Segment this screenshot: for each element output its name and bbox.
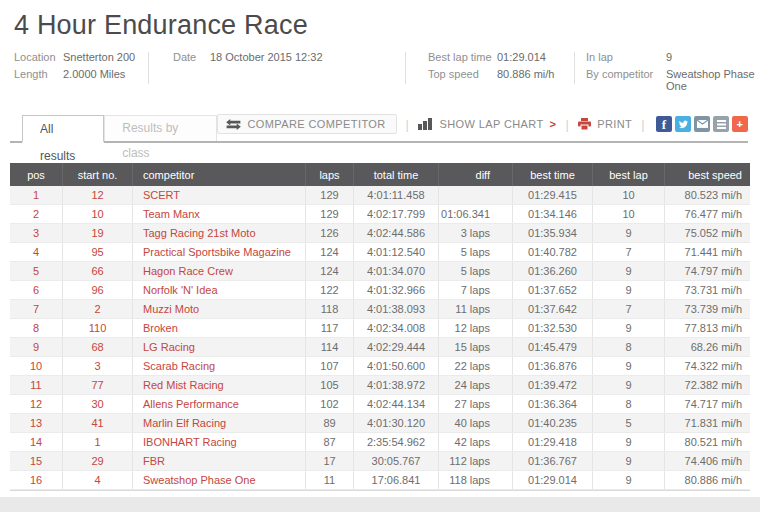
column-header-start_no: start no.: [63, 163, 133, 186]
cell-pos: 10: [10, 357, 63, 375]
email-icon[interactable]: [694, 116, 710, 132]
cell-pos: 3: [10, 224, 63, 242]
cell-competitor[interactable]: Marlin Elf Racing: [133, 414, 306, 432]
cell-laps: 117: [306, 319, 354, 337]
cell-competitor[interactable]: Broken: [133, 319, 306, 337]
cell-laps: 11: [306, 471, 354, 489]
cell-laps: 126: [306, 224, 354, 242]
cell-best_time: 01:39.472: [513, 376, 593, 394]
cell-best_time: 01:35.934: [513, 224, 593, 242]
cell-competitor[interactable]: Red Mist Racing: [133, 376, 306, 394]
cell-diff: 7 laps: [439, 281, 513, 299]
cell-best_speed: 71.831 mi/h: [665, 414, 750, 432]
cell-competitor[interactable]: FBR: [133, 452, 306, 470]
cell-best_time: 01:37.652: [513, 281, 593, 299]
show-lap-chart-label: SHOW LAP CHART: [439, 118, 543, 130]
cell-best_speed: 72.382 mi/h: [665, 376, 750, 394]
more-share-icon[interactable]: [713, 116, 729, 132]
cell-diff: 118 laps: [439, 471, 513, 489]
cell-best_time: 01:36.767: [513, 452, 593, 470]
cell-best_speed: 75.052 mi/h: [665, 224, 750, 242]
cell-laps: 118: [306, 300, 354, 318]
table-row: 566Hagon Race Crew1244:01:34.0705 laps01…: [10, 262, 750, 281]
cell-best_time: 01:29.418: [513, 433, 593, 451]
date-value: 18 October 2015 12:32: [210, 51, 323, 68]
cell-competitor[interactable]: Sweatshop Phase One: [133, 471, 306, 489]
cell-competitor[interactable]: Scarab Racing: [133, 357, 306, 375]
facebook-icon[interactable]: f: [656, 116, 672, 132]
cell-best_speed: 68.26 mi/h: [665, 338, 750, 356]
cell-pos: 11: [10, 376, 63, 394]
cell-best_speed: 74.797 mi/h: [665, 262, 750, 280]
column-header-total_time: total time: [354, 163, 439, 186]
cell-competitor[interactable]: IBONHART Racing: [133, 433, 306, 451]
cell-start_no: 68: [63, 338, 133, 356]
cell-competitor[interactable]: Team Manx: [133, 205, 306, 223]
cell-total_time: 4:02:17.799: [354, 205, 439, 223]
cell-laps: 124: [306, 243, 354, 261]
cell-competitor[interactable]: Allens Performance: [133, 395, 306, 413]
cell-competitor[interactable]: Norfolk 'N' Idea: [133, 281, 306, 299]
cell-pos: 12: [10, 395, 63, 413]
cell-pos: 2: [10, 205, 63, 223]
tab-all-results[interactable]: All results: [22, 115, 104, 143]
table-row: 112SCERT1294:01:11.45801:29.4151080.523 …: [10, 186, 750, 205]
results-table-body: 112SCERT1294:01:11.45801:29.4151080.523 …: [10, 186, 750, 490]
table-row: 1341Marlin Elf Racing894:01:30.12040 lap…: [10, 414, 750, 433]
cell-diff: 01:06.341: [439, 205, 513, 223]
cell-best_lap: 9: [593, 376, 665, 394]
share-plus-icon[interactable]: +: [732, 116, 748, 132]
cell-competitor[interactable]: Practical Sportsbike Magazine: [133, 243, 306, 261]
print-button[interactable]: PRINT: [578, 118, 632, 130]
cell-start_no: 19: [63, 224, 133, 242]
tab-results-by-class[interactable]: Results by class: [104, 115, 217, 141]
table-row: 141IBONHART Racing872:35:54.96242 laps01…: [10, 433, 750, 452]
table-row: 696Norfolk 'N' Idea1224:01:32.9667 laps0…: [10, 281, 750, 300]
cell-best_lap: 5: [593, 414, 665, 432]
cell-best_speed: 73.739 mi/h: [665, 300, 750, 318]
cell-competitor[interactable]: Hagon Race Crew: [133, 262, 306, 280]
cell-best_time: 01:36.260: [513, 262, 593, 280]
table-row: 495Practical Sportsbike Magazine1244:01:…: [10, 243, 750, 262]
print-label: PRINT: [597, 118, 632, 130]
location-label: Location: [14, 51, 63, 68]
cell-best_speed: 74.406 mi/h: [665, 452, 750, 470]
cell-diff: 5 laps: [439, 243, 513, 261]
twitter-icon[interactable]: [675, 116, 691, 132]
cell-best_speed: 74.717 mi/h: [665, 395, 750, 413]
cell-best_lap: 9: [593, 319, 665, 337]
toolbar-divider: |: [406, 117, 410, 132]
cell-diff: 24 laps: [439, 376, 513, 394]
cell-start_no: 41: [63, 414, 133, 432]
cell-start_no: 2: [63, 300, 133, 318]
cell-competitor[interactable]: SCERT: [133, 186, 306, 204]
cell-best_lap: 7: [593, 300, 665, 318]
cell-diff: 3 laps: [439, 224, 513, 242]
compare-competitor-button[interactable]: COMPARE COMPETITOR: [217, 114, 396, 134]
cell-best_lap: 9: [593, 433, 665, 451]
cell-best_lap: 9: [593, 357, 665, 375]
cell-best_speed: 73.731 mi/h: [665, 281, 750, 299]
cell-competitor[interactable]: Tagg Racing 21st Moto: [133, 224, 306, 242]
column-header-competitor: competitor: [133, 163, 306, 186]
info-bestlap-group: Best lap time 01:29.014 Top speed 80.886…: [428, 51, 554, 85]
cell-competitor[interactable]: Muzzi Moto: [133, 300, 306, 318]
cell-start_no: 30: [63, 395, 133, 413]
cell-laps: 105: [306, 376, 354, 394]
show-lap-chart-button[interactable]: SHOW LAP CHART >: [418, 118, 556, 130]
column-header-pos: pos: [10, 163, 63, 186]
cell-total_time: 4:01:38.972: [354, 376, 439, 394]
cell-pos: 13: [10, 414, 63, 432]
cell-competitor[interactable]: LG Racing: [133, 338, 306, 356]
cell-best_speed: 80.886 mi/h: [665, 471, 750, 489]
table-row: 164Sweatshop Phase One1117:06.841118 lap…: [10, 471, 750, 490]
top-speed-value: 80.886 mi/h: [497, 68, 554, 85]
cell-best_lap: 7: [593, 243, 665, 261]
by-competitor-label: By competitor: [586, 68, 666, 85]
table-row: 103Scarab Racing1074:01:50.60022 laps01:…: [10, 357, 750, 376]
cell-laps: 87: [306, 433, 354, 451]
cell-laps: 17: [306, 452, 354, 470]
info-inlap-group: In lap 9 By competitor Sweatshop Phase O…: [586, 51, 760, 85]
info-divider: [405, 52, 406, 84]
info-date-group: Date 18 October 2015 12:32: [173, 51, 323, 68]
